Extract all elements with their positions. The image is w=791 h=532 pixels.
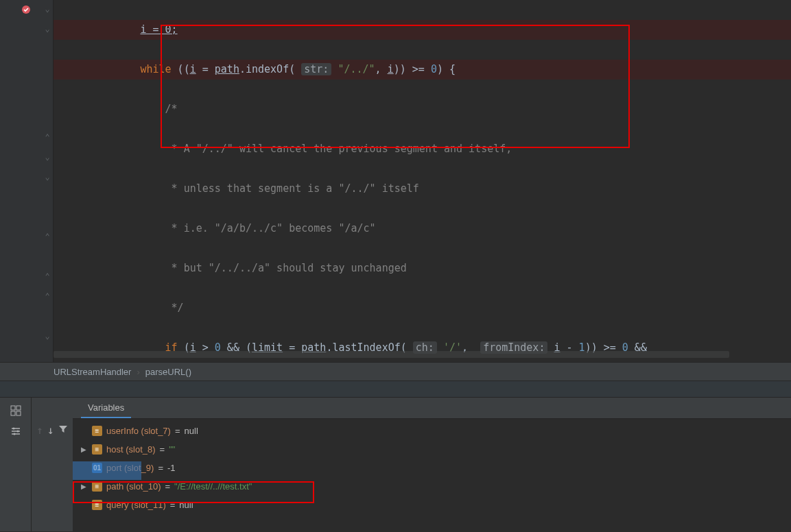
debug-toolbar — [0, 398, 32, 531]
code-text: ) { — [437, 63, 456, 75]
layout-grid-button[interactable] — [7, 402, 25, 420]
string-literal: "/../" — [338, 63, 375, 75]
equals: = — [170, 500, 176, 510]
variable-name: path (slot_10) — [106, 481, 161, 492]
code-editor[interactable]: ⌄ ⌄ ⌃ ⌄ ⌄ ⌃ ⌃ ⌃ ⌄ i = 0; while ((i = pat… — [0, 0, 791, 362]
fold-mark-icon[interactable]: ⌃ — [43, 291, 52, 301]
code-line[interactable]: while ((i = path.indexOf( str: "/../", i… — [54, 60, 791, 80]
code-line[interactable]: * unless that segment is a "/../" itself — [54, 179, 791, 199]
expand-icon[interactable]: ▶ — [80, 483, 88, 490]
variable-kind-icon: ≡ — [92, 426, 102, 436]
fold-mark-icon[interactable]: ⌄ — [43, 4, 52, 14]
code-line[interactable]: /* — [54, 99, 791, 119]
code-text: (( — [172, 63, 190, 75]
number: 0 — [431, 63, 437, 75]
code-line[interactable]: */ — [54, 298, 791, 318]
breadcrumb: URLStreamHandler › parseURL() — [0, 362, 791, 381]
var: i — [388, 63, 394, 75]
code-text: = — [196, 63, 215, 75]
variable-row[interactable]: ▶≡host (slot_8) = "" — [77, 440, 791, 459]
svg-point-5 — [12, 428, 14, 430]
equals: = — [165, 481, 171, 492]
equals: = — [158, 463, 163, 473]
variable-name: userInfo (slot_7) — [106, 426, 171, 436]
variable-row[interactable]: ≡userInfo (slot_7) = null — [77, 422, 791, 440]
svg-point-7 — [13, 433, 15, 435]
variable-name: query (slot_11) — [106, 500, 166, 510]
arrow-up-icon[interactable]: ↑ — [36, 424, 43, 437]
variable-value: "/E://test//..//test.txt" — [174, 481, 252, 492]
frame-selection — [73, 461, 141, 480]
breadcrumb-class[interactable]: URLStreamHandler — [54, 367, 131, 377]
editor-gutter: ⌄ ⌄ ⌃ ⌄ ⌄ ⌃ ⌃ ⌃ ⌄ — [0, 0, 54, 362]
comment: * unless that segment is a "/../" itself — [165, 182, 419, 195]
settings-button[interactable] — [7, 422, 25, 440]
variable-value: "" — [169, 444, 175, 455]
comment: */ — [165, 302, 184, 314]
variables-tab-bar: Variables — [73, 398, 791, 418]
variable-kind-icon: ≡ — [92, 481, 102, 492]
fold-mark-icon[interactable]: ⌄ — [43, 24, 52, 34]
code-line[interactable]: * A "/../" will cancel the previous segm… — [54, 139, 791, 159]
param-hint: str: — [301, 63, 331, 75]
breadcrumb-method[interactable]: parseURL() — [145, 367, 191, 377]
fold-mark-icon[interactable]: ⌄ — [43, 152, 52, 162]
debug-panel: ↑ ↓ Variables ≡userInfo (slot_7) = null▶… — [0, 398, 791, 531]
code-line[interactable]: i = 0; — [54, 20, 791, 40]
comment: /* — [165, 103, 178, 115]
variable-row[interactable]: 01port (slot_9) = -1 — [77, 459, 791, 477]
fold-mark-icon[interactable]: ⌃ — [43, 271, 52, 281]
comment: * but "/../../a" should stay unchanged — [165, 262, 407, 274]
svg-rect-4 — [16, 411, 21, 415]
equals: = — [160, 444, 165, 455]
code-area[interactable]: i = 0; while ((i = path.indexOf( str: "/… — [54, 0, 791, 362]
expand-icon[interactable]: ▶ — [80, 446, 88, 453]
svg-rect-2 — [16, 406, 21, 410]
variables-list[interactable]: ≡userInfo (slot_7) = null▶≡host (slot_8)… — [73, 418, 791, 531]
breakpoint-icon[interactable] — [21, 4, 32, 15]
toolwindow-tabstrip[interactable] — [0, 381, 791, 398]
chevron-right-icon: › — [137, 367, 139, 377]
svg-point-6 — [16, 431, 19, 433]
variable-value: null — [179, 500, 193, 510]
tab-variables[interactable]: Variables — [81, 400, 131, 418]
code-line[interactable]: * i.e. "/a/b/../c" becomes "/a/c" — [54, 219, 791, 239]
svg-rect-1 — [11, 406, 15, 410]
comment: * A "/../" will cancel the previous segm… — [165, 143, 512, 155]
fold-mark-icon[interactable]: ⌃ — [43, 132, 52, 142]
variable-value: null — [185, 426, 198, 436]
var: i — [190, 63, 196, 75]
horizontal-scrollbar[interactable] — [54, 351, 729, 358]
variable-value: -1 — [167, 463, 176, 473]
fold-mark-icon[interactable]: ⌃ — [43, 232, 52, 241]
fold-mark-icon[interactable]: ⌄ — [43, 172, 52, 182]
code-text: , — [375, 63, 388, 75]
fold-strip: ⌄ ⌄ ⌃ ⌄ ⌄ ⌃ ⌃ ⌃ ⌄ — [41, 0, 54, 362]
keyword: while — [140, 63, 171, 75]
filter-icon[interactable] — [58, 424, 68, 437]
fold-mark-icon[interactable]: ⌄ — [43, 331, 52, 341]
code-text: )) >= — [394, 63, 431, 75]
code-text: i = 0; — [140, 23, 177, 36]
code-text: .indexOf( — [239, 63, 301, 75]
variable-row[interactable]: ▶≡path (slot_10) = "/E://test//..//test.… — [77, 477, 791, 496]
arrow-down-icon[interactable]: ↓ — [47, 424, 54, 437]
variable-name: host (slot_8) — [106, 444, 156, 455]
var: path — [215, 63, 239, 75]
debug-content: Variables ≡userInfo (slot_7) = null▶≡hos… — [73, 398, 791, 531]
variable-row[interactable]: ≡query (slot_11) = null — [77, 496, 791, 514]
variable-kind-icon: ≡ — [92, 500, 102, 510]
variable-kind-icon: ≡ — [92, 444, 102, 455]
debug-nav: ↑ ↓ — [32, 398, 73, 531]
comment: * i.e. "/a/b/../c" becomes "/a/c" — [165, 222, 376, 234]
code-line[interactable]: * but "/../../a" should stay unchanged — [54, 258, 791, 278]
svg-rect-3 — [11, 411, 15, 415]
equals: = — [175, 426, 180, 436]
